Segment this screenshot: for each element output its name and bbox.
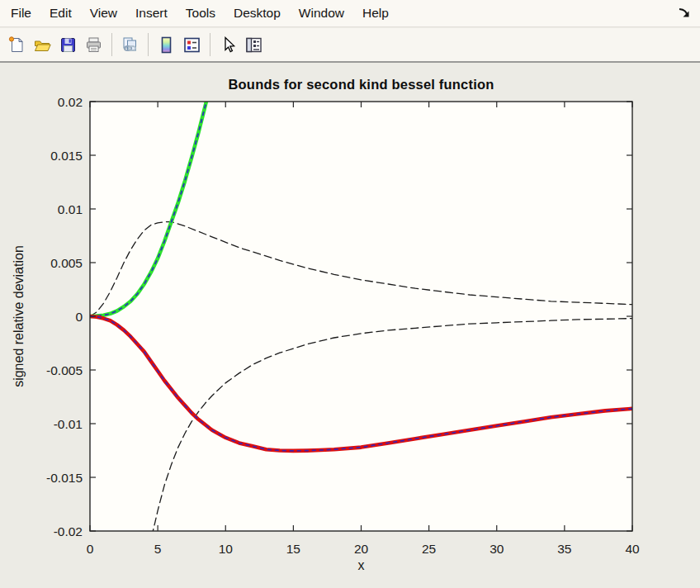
y-tick-label: 0.02 <box>58 95 83 109</box>
y-axis-label: signed relative deviation <box>12 192 30 440</box>
plot-title: Bounds for second kind bessel function <box>90 77 632 92</box>
printer-icon <box>84 36 103 55</box>
x-tick-label: 5 <box>154 542 162 556</box>
plot-browser-button[interactable] <box>241 32 267 57</box>
colormap-editor-button[interactable] <box>154 32 179 57</box>
menu-edit[interactable]: Edit <box>40 2 81 25</box>
x-tick-label: 15 <box>286 542 300 556</box>
x-tick-label: 40 <box>625 542 640 556</box>
menu-desktop[interactable]: Desktop <box>225 2 290 25</box>
toolbar-separator <box>148 33 149 56</box>
menu-help[interactable]: Help <box>353 2 398 25</box>
menu-view[interactable]: View <box>81 2 126 25</box>
menubar: File Edit View Insert Tools Desktop Wind… <box>0 0 700 27</box>
x-tick-label: 30 <box>490 542 504 556</box>
open-folder-icon <box>33 36 52 55</box>
toolbar-separator <box>210 33 210 56</box>
save-figure-button[interactable] <box>55 32 81 57</box>
x-tick-label: 20 <box>354 542 369 556</box>
y-tick-label: 0.01 <box>58 202 83 216</box>
new-figure-button[interactable] <box>4 32 30 57</box>
pointer-arrow-icon <box>219 36 238 55</box>
figure-canvas: 0510152025303540-0.02-0.015-0.01-0.00500… <box>0 64 700 588</box>
x-tick-label: 10 <box>219 542 234 556</box>
plot-area <box>90 102 632 531</box>
toolbar <box>0 28 700 63</box>
menu-file[interactable]: File <box>2 2 40 25</box>
colorbar-legend-icon <box>182 36 201 55</box>
new-document-icon <box>7 36 26 55</box>
y-tick-label: -0.01 <box>54 417 83 431</box>
plot-browser-icon <box>244 36 263 55</box>
y-tick-label: 0 <box>75 310 83 324</box>
y-tick-label: -0.005 <box>46 363 83 377</box>
dock-figure-icon[interactable] <box>677 6 692 21</box>
plot-svg: 0510152025303540-0.02-0.015-0.01-0.00500… <box>0 64 700 588</box>
y-tick-label: 0.005 <box>50 256 83 270</box>
menu-tools[interactable]: Tools <box>177 2 225 25</box>
menu-insert[interactable]: Insert <box>126 2 177 25</box>
y-tick-label: -0.02 <box>54 524 83 538</box>
print-figure-button[interactable] <box>81 32 106 57</box>
menu-window[interactable]: Window <box>290 2 353 25</box>
x-tick-label: 35 <box>557 542 571 556</box>
x-tick-label: 0 <box>87 542 94 556</box>
x-axis-label: x <box>90 558 632 573</box>
save-floppy-icon <box>59 36 78 55</box>
y-tick-label: 0.015 <box>50 149 83 163</box>
toolbar-separator <box>111 33 112 56</box>
insert-colorbar-button[interactable] <box>179 32 205 57</box>
link-icon <box>121 36 140 55</box>
pointer-tool-button[interactable] <box>215 32 241 57</box>
y-tick-label: -0.015 <box>46 471 83 485</box>
open-file-button[interactable] <box>30 32 55 57</box>
link-plot-button[interactable] <box>117 32 143 57</box>
colormap-icon <box>157 36 176 55</box>
x-tick-label: 25 <box>422 542 436 556</box>
